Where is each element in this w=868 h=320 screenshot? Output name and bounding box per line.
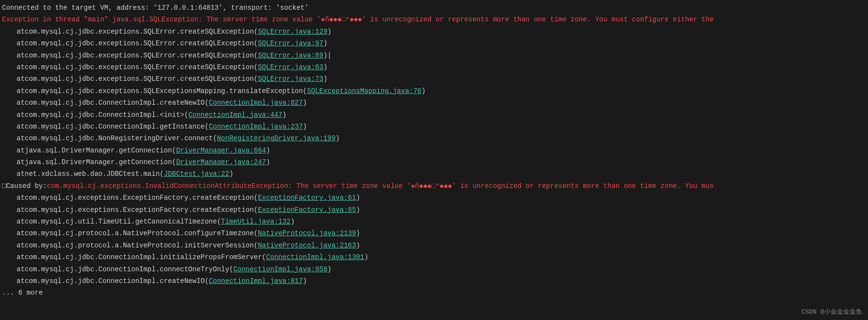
watermark: CSDN @小金金金金鱼	[801, 307, 862, 316]
stacktrace-line-3: at com.mysql.cj.jdbc.exceptions.SQLError…	[0, 50, 868, 61]
caused-stacktrace-line-8: at com.mysql.cj.jdbc.ConnectionImpl.crea…	[0, 275, 868, 287]
line-more: ... 6 more	[0, 287, 868, 299]
caused-stacktrace-line-6: at com.mysql.cj.jdbc.ConnectionImpl.init…	[0, 251, 868, 263]
stacktrace-line-1: at com.mysql.cj.jdbc.exceptions.SQLError…	[0, 26, 868, 38]
stacktrace-line-13: at net.xdclass.web.dao.JDBCtest.main(JDB…	[0, 168, 868, 180]
caused-stacktrace-line-1: at com.mysql.cj.exceptions.ExceptionFact…	[0, 192, 868, 204]
line-connected: Connected to the target VM, address: '12…	[0, 2, 868, 14]
caused-stacktrace-line-5: at com.mysql.cj.protocol.a.NativeProtoco…	[0, 240, 868, 251]
stacktrace-line-4: at com.mysql.cj.jdbc.exceptions.SQLError…	[0, 61, 868, 73]
caused-stacktrace-line-4: at com.mysql.cj.protocol.a.NativeProtoco…	[0, 227, 868, 239]
connected-text: Connected to the target VM, address: '12…	[2, 2, 309, 13]
exception-main-text: Exception in thread "main" java.sql.SQLE…	[2, 14, 714, 25]
caused-stacktrace-line-7: at com.mysql.cj.jdbc.ConnectionImpl.conn…	[0, 264, 868, 275]
terminal-window: Connected to the target VM, address: '12…	[0, 0, 868, 320]
caused-stacktrace-line-2: at com.mysql.cj.exceptions.ExceptionFact…	[0, 204, 868, 216]
line-caused-by: □Caused by: com.mysql.cj.exceptions.Inva…	[0, 180, 868, 192]
stacktrace-line-2: at com.mysql.cj.jdbc.exceptions.SQLError…	[0, 38, 868, 49]
stacktrace-line-7: at com.mysql.cj.jdbc.ConnectionImpl.crea…	[0, 97, 868, 109]
caused-stacktrace-line-3: at com.mysql.cj.util.TimeUtil.getCanonic…	[0, 216, 868, 227]
stacktrace-line-12: at java.sql.DriverManager.getConnection(…	[0, 156, 868, 168]
line-exception-main: Exception in thread "main" java.sql.SQLE…	[0, 14, 868, 25]
stacktrace-line-8: at com.mysql.cj.jdbc.ConnectionImpl.<ini…	[0, 109, 868, 121]
stacktrace-line-11: at java.sql.DriverManager.getConnection(…	[0, 145, 868, 156]
stacktrace-line-9: at com.mysql.cj.jdbc.ConnectionImpl.getI…	[0, 121, 868, 132]
stacktrace-line-10: at com.mysql.cj.jdbc.NonRegisteringDrive…	[0, 132, 868, 144]
stacktrace-line-6: at com.mysql.cj.jdbc.exceptions.SQLExcep…	[0, 85, 868, 97]
stacktrace-line-5: at com.mysql.cj.jdbc.exceptions.SQLError…	[0, 73, 868, 85]
